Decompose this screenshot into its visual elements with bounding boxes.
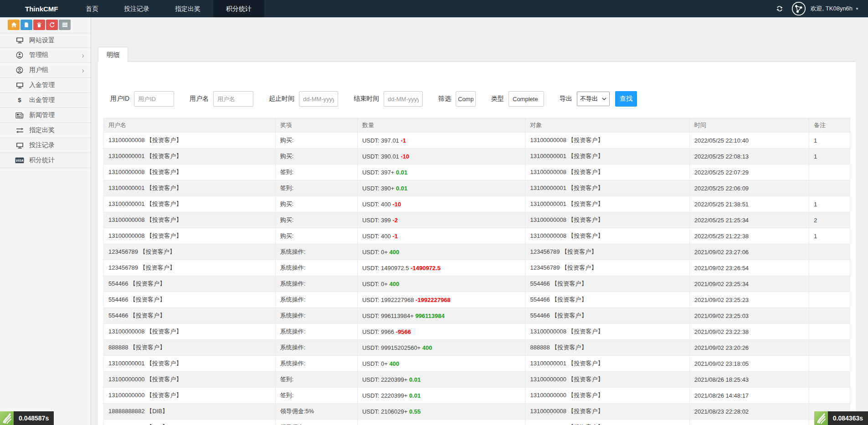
- nav-item[interactable]: 指定出奖: [162, 0, 213, 17]
- sidebar-item[interactable]: 指定出奖: [0, 123, 91, 138]
- main-nav: 首页投注记录指定出奖积分统计: [73, 0, 264, 17]
- cell-username: 13100000008 【投资客户】: [104, 164, 276, 180]
- screen-label: 筛选: [438, 95, 451, 103]
- trash-shortcut-button[interactable]: [33, 20, 45, 30]
- cell-amount: USDT: 2106029+ 0.55: [357, 404, 525, 420]
- sidebar-item[interactable]: 入金管理: [0, 78, 91, 93]
- top-navbar: ThinkCMF 首页投注记录指定出奖积分统计 欢迎, TK08yn6h ▼: [0, 0, 868, 17]
- refresh-icon[interactable]: [776, 5, 783, 12]
- username-input[interactable]: [213, 91, 253, 107]
- render-time-left: 0.048587s: [14, 411, 54, 425]
- cell-username: 13100000008 【投资客户】: [104, 212, 276, 228]
- user-id-input[interactable]: [134, 91, 174, 107]
- cell-prize: 系统操作:: [275, 324, 357, 340]
- cell-target: 13100000008 【投资客户】: [525, 404, 689, 420]
- cell-note: 1: [809, 148, 850, 164]
- end-time-input[interactable]: [384, 91, 423, 107]
- cell-target: 13100000001 【投资客户】: [525, 148, 689, 164]
- home-shortcut-button[interactable]: [8, 20, 20, 30]
- username-label: 用户名: [190, 95, 209, 103]
- sidebar-item[interactable]: 用户组›: [0, 63, 91, 78]
- cell-time: 2022/05/25 22:08:13: [689, 148, 809, 164]
- cell-amount: USDT: 0+ 400: [357, 276, 525, 292]
- cell-username: 13100000000 【投资客户】: [104, 372, 276, 388]
- column-header: 奖项: [275, 118, 357, 133]
- cell-prize: 签到:: [275, 388, 357, 404]
- amount-base: USDT: 2220399+: [362, 392, 409, 399]
- username-label[interactable]: TK08yn6h: [826, 5, 853, 12]
- export-select[interactable]: 不导出: [577, 92, 610, 106]
- amount-delta: -9566: [396, 328, 411, 335]
- news-icon: [15, 112, 24, 119]
- list-shortcut-button[interactable]: [59, 20, 71, 30]
- tab-detail[interactable]: 明细: [98, 47, 128, 62]
- cell-time: 2022/05/25 21:38:51: [689, 196, 809, 212]
- export-label: 导出: [560, 95, 572, 103]
- cell-note: 1: [809, 133, 850, 148]
- records-table: 用户名奖项数量对象时间备注 13100000008 【投资客户】购买:USDT:…: [103, 118, 850, 425]
- export-select-value: 不导出: [580, 95, 598, 103]
- amount-base: USDT: 400: [362, 201, 392, 208]
- sidebar-item-label: 入金管理: [29, 81, 55, 89]
- type-input[interactable]: [508, 91, 544, 107]
- amount-base: USDT: 397+: [362, 169, 396, 176]
- recycle-shortcut-button[interactable]: [46, 20, 58, 30]
- table-row: 123456789 【投资客户】系统操作:USDT: 1490972.5 -14…: [104, 260, 850, 276]
- monitor-icon: [15, 37, 24, 44]
- cell-amount: USDT: 397.01 -1: [357, 133, 525, 148]
- filter-end-time: 结束时间: [354, 91, 423, 107]
- cell-prize: 系统操作:: [275, 340, 357, 356]
- nav-item[interactable]: 投注记录: [111, 0, 162, 17]
- amount-delta: -1: [401, 137, 406, 144]
- cell-time: 2021/09/02 23:18:05: [689, 356, 809, 372]
- sidebar-item[interactable]: 网站设置: [0, 33, 91, 48]
- brand-logo[interactable]: ThinkCMF: [0, 5, 73, 13]
- amount-delta: -1: [392, 233, 398, 240]
- file-icon: [24, 22, 29, 28]
- cell-time: 2022/05/25 22:07:29: [689, 164, 809, 180]
- column-header: 备注: [809, 118, 850, 133]
- table-row: 13100000008 【投资客户】购买:USDT: 399 -21310000…: [104, 212, 850, 228]
- cell-target: 123456789 【投资客户】: [525, 260, 689, 276]
- cell-time: 2022/05/25 22:10:40: [689, 133, 809, 148]
- amount-base: USDT: 1490972.5: [362, 265, 411, 271]
- avatar[interactable]: [791, 1, 806, 16]
- amount-delta: -2: [392, 217, 398, 224]
- user-group-icon: [15, 67, 24, 74]
- search-button[interactable]: 查找: [615, 91, 637, 107]
- sidebar-item[interactable]: 管理组›: [0, 48, 91, 63]
- filter-username: 用户名: [190, 91, 253, 107]
- cell-amount: USDT: 0+ 400: [357, 244, 525, 260]
- table-row: 18888888882 【DIB】领导佣金:5%USDT: 2106028.5+…: [104, 420, 850, 425]
- cell-amount: USDT: 1992227968 -1992227968: [357, 292, 525, 308]
- filter-user-id: 用户ID: [110, 91, 174, 107]
- filter-row: 用户ID 用户名 起止时间 结束时间 筛选 类型: [103, 62, 850, 107]
- sidebar-menu: 网站设置管理组›用户组›入金管理$出金管理新闻管理指定出奖投注记录VISA积分统…: [0, 33, 91, 168]
- table-row: 123456789 【投资客户】系统操作:USDT: 0+ 4001234567…: [104, 244, 850, 260]
- amount-delta: 0.01: [409, 376, 421, 383]
- chevron-down-icon[interactable]: ▼: [855, 7, 859, 11]
- sidebar-item[interactable]: VISA积分统计: [0, 153, 91, 168]
- file-shortcut-button[interactable]: [21, 20, 32, 30]
- start-time-input[interactable]: [299, 91, 338, 107]
- cell-username: 18888888882 【DIB】: [104, 404, 276, 420]
- table-row: 13100000001 【投资客户】购买:USDT: 390.01 -10131…: [104, 148, 850, 164]
- sidebar-item[interactable]: 投注记录: [0, 138, 91, 153]
- table-row: 13100000001 【投资客户】系统操作:USDT: 0+ 40013100…: [104, 356, 850, 372]
- cell-time: 2022/05/25 21:22:38: [689, 228, 809, 244]
- table-row: 13100000001 【投资客户】购买:USDT: 400 -10131000…: [104, 196, 850, 212]
- sidebar-item[interactable]: $出金管理: [0, 93, 91, 108]
- cell-amount: USDT: 400 -10: [357, 196, 525, 212]
- cell-username: 13100000008 【投资客户】: [104, 228, 276, 244]
- sidebar-item[interactable]: 新闻管理: [0, 108, 91, 123]
- cell-time: 2021/09/02 23:27:06: [689, 244, 809, 260]
- amount-base: USDT: 390.01: [362, 153, 401, 160]
- cell-note: [809, 388, 850, 404]
- screen-input[interactable]: [456, 91, 476, 107]
- cell-amount: USDT: 400 -1: [357, 228, 525, 244]
- nav-item[interactable]: 积分统计: [213, 0, 264, 17]
- cell-time: 2021/08/23 22:28:02: [689, 404, 809, 420]
- amount-delta: -1992227968: [416, 297, 451, 303]
- nav-item[interactable]: 首页: [73, 0, 111, 17]
- chevron-right-icon: ›: [82, 51, 84, 59]
